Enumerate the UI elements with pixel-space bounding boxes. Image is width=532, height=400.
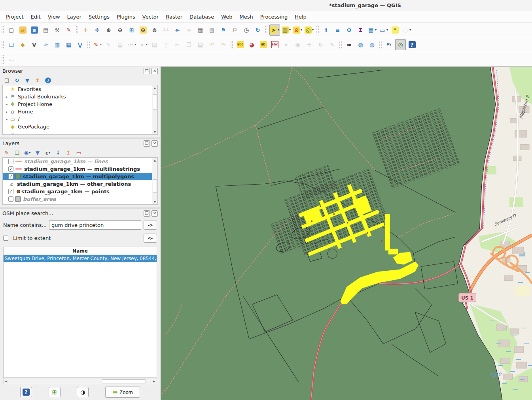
- layer-item-stadium-garage-1km-lines[interactable]: stadium_garage_1km — lines: [3, 158, 157, 165]
- search-result-row[interactable]: Sweetgum Drive, Princeton, Mercer County…: [4, 255, 157, 262]
- filter-by-expression-button[interactable]: ε▾: [44, 149, 52, 157]
- deselect-features-button[interactable]: ⊘▾: [292, 25, 303, 36]
- osm-downloader-button[interactable]: ◎: [395, 39, 406, 50]
- new-temporary-scratch-layer-button[interactable]: ✑: [40, 39, 51, 50]
- open-project-button[interactable]: ▰: [17, 25, 28, 36]
- map-tips-button[interactable]: ❝: [390, 25, 400, 36]
- scroll-down-icon[interactable]: ▼: [152, 129, 157, 134]
- zoom-in-button[interactable]: ⊕: [103, 25, 114, 36]
- add-record-dropdown-icon[interactable]: ▾: [134, 43, 136, 46]
- expander-icon[interactable]: ▸: [4, 95, 9, 99]
- menu-layer[interactable]: Layer: [64, 12, 85, 21]
- filter-by-expression-dropdown-icon[interactable]: ▾: [49, 151, 50, 155]
- select-features-by-value-button[interactable]: ▥▾: [281, 25, 292, 36]
- manage-map-themes-dropdown-icon[interactable]: ▾: [29, 151, 30, 155]
- collapse-all-layers-button[interactable]: ↥: [64, 149, 73, 157]
- new-project-button[interactable]: ▢: [6, 25, 17, 36]
- results-column-header[interactable]: Name: [4, 247, 157, 255]
- show-layout-manager-button[interactable]: ⚒: [52, 25, 62, 36]
- open-attribute-table-button[interactable]: ▦▾: [367, 25, 377, 36]
- expand-all-layers-button[interactable]: ↧: [54, 149, 62, 157]
- search-back-button[interactable]: <-: [144, 234, 157, 243]
- layer-item-stadium-garage-1km-multilinestrings[interactable]: ✓stadium_garage_1km — multilinestrings: [3, 165, 157, 173]
- new-gpx-layer-button[interactable]: ⋁: [75, 39, 85, 50]
- identify-features-button[interactable]: ℹ: [321, 25, 331, 36]
- osm-float-icon[interactable]: ❐: [144, 210, 150, 217]
- layer-item-partial[interactable]: ★: [3, 203, 157, 205]
- scroll-up-icon[interactable]: ▲: [152, 158, 157, 163]
- collapse-all-button[interactable]: ↥: [33, 76, 42, 84]
- manage-map-themes-button[interactable]: ◉▾: [23, 149, 32, 157]
- search-forward-button[interactable]: ->: [144, 221, 157, 230]
- select-by-location-button[interactable]: ◎▾: [304, 25, 314, 36]
- add-group-button[interactable]: ❏: [13, 149, 21, 157]
- pan-to-selection-button[interactable]: ✜: [92, 25, 102, 36]
- new-print-layout-button[interactable]: ▤: [40, 25, 51, 36]
- deselect-features-dropdown-icon[interactable]: ▾: [301, 28, 302, 32]
- menu-raster[interactable]: Raster: [162, 12, 186, 21]
- zoom-last-button[interactable]: ↞: [172, 25, 183, 36]
- add-extent-layer-button[interactable]: ◑: [77, 387, 89, 397]
- measure-line-button[interactable]: ▭▾: [378, 25, 389, 36]
- layer-visibility-checkbox[interactable]: ✓: [8, 166, 13, 172]
- scroll-down-icon[interactable]: ▼: [152, 199, 157, 204]
- menu-database[interactable]: Database: [186, 12, 218, 21]
- vertex-tool-dropdown-icon[interactable]: ▾: [146, 43, 148, 46]
- add-selected-layers-button[interactable]: ❏: [2, 76, 11, 84]
- zoom-out-button[interactable]: ⊖: [115, 25, 125, 36]
- highlight-pinned-labels-button[interactable]: abc: [269, 39, 280, 50]
- select-features-by-value-dropdown-icon[interactable]: ▾: [289, 28, 291, 32]
- new-map-view-button[interactable]: ▦: [195, 25, 206, 36]
- new-geopackage-layer-button[interactable]: ◆: [17, 39, 28, 50]
- zoom-button[interactable]: ➡ Zoom: [105, 387, 140, 398]
- menu-plugins[interactable]: Plugins: [113, 12, 139, 21]
- statistical-summary-button[interactable]: ≡: [332, 25, 343, 36]
- new-virtual-layer-button[interactable]: ▥: [52, 39, 62, 50]
- open-layer-styling-button[interactable]: ✎: [2, 149, 11, 157]
- measure-line-dropdown-icon[interactable]: ▾: [386, 28, 388, 32]
- expander-icon[interactable]: ▸: [4, 110, 9, 114]
- browser-item-favorites[interactable]: ★Favorites: [3, 85, 157, 93]
- select-features-button[interactable]: ➤▾: [269, 25, 280, 36]
- layers-float-icon[interactable]: ❐: [144, 140, 150, 147]
- help-contents-button[interactable]: ?: [407, 39, 417, 50]
- layer-item-stadium-garage-1km-multipolygons[interactable]: ✓stadium_garage_1km — multipolygons: [3, 173, 157, 180]
- browser-item--[interactable]: ▸▭/: [3, 115, 157, 123]
- menu-processing[interactable]: Processing: [257, 12, 291, 21]
- browser-item-spatial-bookmarks[interactable]: ▸⚑Spatial Bookmarks: [3, 93, 157, 100]
- current-edits-dropdown-icon[interactable]: ▾: [100, 43, 102, 46]
- select-by-location-dropdown-icon[interactable]: ▾: [312, 28, 314, 32]
- show-spatial-bookmarks-button[interactable]: ⚐: [229, 25, 240, 36]
- data-source-manager-button[interactable]: ❏: [6, 39, 17, 50]
- browser-item-home[interactable]: ▸⌂Home: [3, 108, 157, 115]
- menu-help[interactable]: Help: [291, 12, 310, 21]
- layer-item-stadium-garage-1km-other-relations[interactable]: ⌀stadium_garage_1km — other_relations: [3, 180, 157, 188]
- layer-visibility-checkbox[interactable]: [8, 159, 13, 164]
- results-hscrollbar[interactable]: ◀ ▶: [3, 379, 157, 384]
- browser-item-partial[interactable]: ◈: [3, 130, 157, 135]
- refresh-browser-button[interactable]: ↻: [13, 76, 21, 84]
- layer-visibility-checkbox[interactable]: ✓: [8, 174, 13, 179]
- browser-item-geopackage[interactable]: ◆GeoPackage: [3, 123, 157, 130]
- layer-labeling-button[interactable]: abc: [235, 39, 246, 50]
- scroll-up-icon[interactable]: ▲: [152, 85, 157, 91]
- menu-vector[interactable]: Vector: [139, 12, 162, 21]
- temporal-controller-button[interactable]: ◷: [241, 25, 252, 36]
- osm-close-icon[interactable]: ✕: [151, 210, 158, 217]
- processing-toolbox-button[interactable]: ⚙: [344, 25, 354, 36]
- browser-close-icon[interactable]: ✕: [151, 68, 158, 74]
- new-shapefile-layer-button[interactable]: V: [29, 39, 40, 50]
- zoom-to-layer-button[interactable]: ⊚: [149, 25, 160, 36]
- osm-help-button[interactable]: ?: [20, 387, 32, 397]
- current-edits-button[interactable]: ✎▾: [92, 39, 102, 50]
- layer-visibility-checkbox[interactable]: ✓: [8, 189, 13, 194]
- pin-labels-button[interactable]: ab: [258, 39, 269, 50]
- menu-settings[interactable]: Settings: [85, 12, 113, 21]
- map-canvas[interactable]: US 1 Mapleton R Seminary D egie: [161, 66, 532, 400]
- zoom-to-selection-button[interactable]: ⊙: [138, 25, 148, 36]
- pan-map-button[interactable]: ✛: [80, 25, 91, 36]
- zoom-full-button[interactable]: ⊞: [126, 25, 137, 36]
- metasearch-add-service-button[interactable]: ◍: [355, 39, 366, 50]
- limit-to-extent-checkbox[interactable]: [3, 236, 8, 241]
- show-statistics-button[interactable]: Σ: [355, 25, 366, 36]
